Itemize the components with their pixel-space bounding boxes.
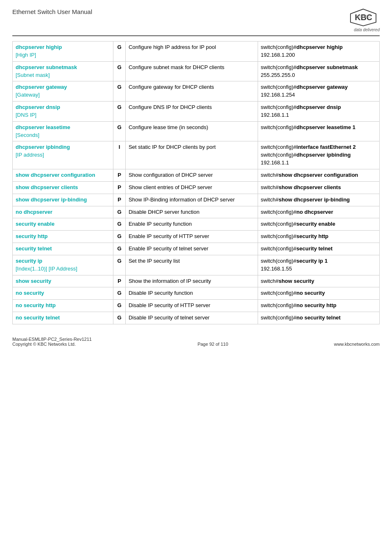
example-prefix: switch# <box>261 197 279 203</box>
command-table: dhcpserver highip[High IP]GConfigure hig… <box>12 41 380 324</box>
mode-cell: G <box>113 61 126 81</box>
example-cell: switch(config)#no security http <box>258 300 379 312</box>
command-name: no dhcpserver <box>16 209 53 215</box>
example-prefix: switch(config)# <box>261 209 297 215</box>
description-cell: Show IP-Binding information of DHCP serv… <box>125 194 258 206</box>
description-cell: Configure gateway for DHCP clients <box>125 81 258 102</box>
example-prefix: switch(config)# <box>261 64 297 70</box>
table-row: show dhcpserver configurationPShow confi… <box>13 169 380 181</box>
command-name: security http <box>16 233 48 239</box>
example-prefix: switch(config)# <box>261 144 297 150</box>
example-cell: switch#show security <box>258 275 379 287</box>
example-command: dhcpserver dnsip <box>296 104 341 110</box>
table-row: no securityGDisable IP security function… <box>13 287 380 300</box>
example-command: show dhcpserver configuration <box>279 172 358 178</box>
command-name: security enable <box>16 221 55 227</box>
table-row: security httpGEnable IP security of HTTP… <box>13 231 380 243</box>
command-cell: dhcpserver ipbinding[IP address] <box>13 141 113 169</box>
example-prefix: switch(config)# <box>261 245 297 252</box>
mode-cell: G <box>113 255 126 275</box>
example-cell: switch(config)#interface fastEthernet 2s… <box>258 141 379 169</box>
command-param: [IP address] <box>16 152 44 158</box>
example-cell: switch(config)#no security <box>258 287 379 300</box>
command-name: show security <box>16 278 51 284</box>
example-command: security http <box>296 233 328 239</box>
command-cell: dhcpserver highip[High IP] <box>13 42 113 62</box>
example-prefix: switch(config)# <box>261 124 297 130</box>
command-name: no security http <box>16 302 56 308</box>
command-param: [Seconds] <box>16 132 39 138</box>
description-cell: Enable IP security of HTTP server <box>125 231 258 243</box>
description-cell: Configure DNS IP for DHCP clients <box>125 102 258 122</box>
logo-area: KBC data delivered <box>347 8 380 32</box>
example-cell: switch(config)#no dhcpserver <box>258 206 379 218</box>
example-value: 192.168.1.200 <box>261 52 295 58</box>
command-cell: no dhcpserver <box>13 206 113 218</box>
command-name: dhcpserver dnsip <box>16 104 60 110</box>
mode-cell: P <box>113 181 126 194</box>
example-cell: switch(config)#security telnet <box>258 243 379 255</box>
command-param: [Subnet mask] <box>16 72 50 78</box>
table-row: no security httpGDisable IP security of … <box>13 300 380 312</box>
example-command: no security <box>296 290 325 296</box>
example-prefix: switch(config)# <box>261 290 297 296</box>
command-param: [High IP] <box>16 52 36 58</box>
table-row: no security telnetGDisable IP security o… <box>13 312 380 324</box>
command-param: [Gateway] <box>16 92 40 98</box>
page-footer: Manual-ESML8P-PC2_Series-Rev1211 Copyrig… <box>12 337 380 347</box>
example-command: no security telnet <box>296 314 341 321</box>
command-cell: security telnet <box>13 243 113 255</box>
command-cell: dhcpserver dnsip[DNS IP] <box>13 102 113 122</box>
example-cell: switch(config)#dhcpserver dnsip192.168.1… <box>258 102 379 122</box>
command-cell: security http <box>13 231 113 243</box>
example-command: security ip 1 <box>296 258 327 264</box>
command-cell: dhcpserver gateway[Gateway] <box>13 81 113 102</box>
example-command: dhcpserver highip <box>296 44 343 50</box>
example-cell: switch#show dhcpserver ip-binding <box>258 194 379 206</box>
mode-cell: P <box>113 275 126 287</box>
table-row: dhcpserver leasetime[Seconds]GConfigure … <box>13 121 380 141</box>
example-command: security telnet <box>296 245 332 252</box>
mode-cell: G <box>113 102 126 122</box>
table-row: no dhcpserverGDisable DHCP server functi… <box>13 206 380 218</box>
footer-left: Manual-ESML8P-PC2_Series-Rev1211 Copyrig… <box>12 337 92 347</box>
example-cell: switch(config)#security ip 1192.168.1.55 <box>258 255 379 275</box>
example-cell: switch(config)#dhcpserver subnetmask255.… <box>258 61 379 81</box>
command-param: [Index(1..10)] [IP Address] <box>16 266 77 272</box>
example-prefix-2: switch(config)# <box>261 152 297 158</box>
command-param: [DNS IP] <box>16 112 37 118</box>
example-command: show dhcpserver ip-binding <box>279 197 350 203</box>
command-cell: show dhcpserver ip-binding <box>13 194 113 206</box>
table-row: dhcpserver ipbinding[IP address]ISet sta… <box>13 141 380 169</box>
description-cell: Enable IP security function <box>125 218 258 231</box>
table-row: dhcpserver gateway[Gateway]GConfigure ga… <box>13 81 380 102</box>
mode-cell: G <box>113 81 126 102</box>
command-name: dhcpserver gateway <box>16 84 67 90</box>
footer-page-number: Page 92 of 110 <box>198 342 228 347</box>
example-value: 192.168.1.1 <box>261 112 289 118</box>
example-prefix: switch(config)# <box>261 104 297 110</box>
kbc-logo-icon: KBC <box>347 8 380 27</box>
table-row: security telnetGEnable IP security of te… <box>13 243 380 255</box>
table-row: security ip[Index(1..10)] [IP Address]GS… <box>13 255 380 275</box>
footer-copyright: Copyright © KBC Networks Ltd. <box>12 342 92 347</box>
example-command: dhcpserver subnetmask <box>296 64 358 70</box>
footer-website: www.kbcnetworks.com <box>334 342 380 347</box>
example-command: show dhcpserver clients <box>279 184 341 190</box>
table-row: security enableGEnable IP security funct… <box>13 218 380 231</box>
manual-title: Ethernet Switch User Manual <box>12 8 92 15</box>
description-cell: Show the information of IP security <box>125 275 258 287</box>
example-prefix: switch# <box>261 184 279 190</box>
example-cell: switch#show dhcpserver clients <box>258 181 379 194</box>
example-command: security enable <box>296 221 335 227</box>
command-cell: no security <box>13 287 113 300</box>
command-name: security telnet <box>16 245 52 252</box>
mode-cell: G <box>113 243 126 255</box>
mode-cell: P <box>113 194 126 206</box>
command-name: show dhcpserver clients <box>16 184 78 190</box>
command-cell: no security telnet <box>13 312 113 324</box>
command-name: dhcpserver leasetime <box>16 124 70 130</box>
mode-cell: G <box>113 121 126 141</box>
example-prefix: switch(config)# <box>261 258 297 264</box>
table-row: show dhcpserver ip-bindingPShow IP-Bindi… <box>13 194 380 206</box>
